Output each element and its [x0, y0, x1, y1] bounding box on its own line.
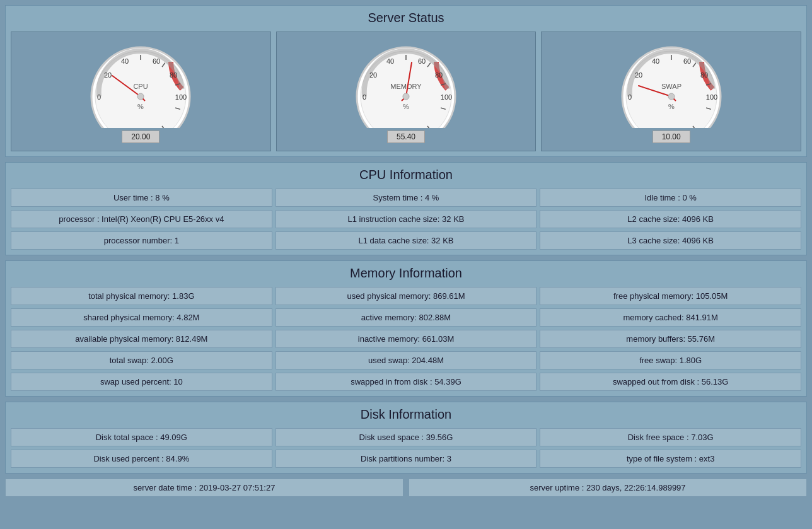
cpu-info-grid: User time : 8 %System time : 4 %Idle tim…	[11, 189, 801, 250]
cpu-info-cell: User time : 8 %	[11, 189, 272, 207]
disk-info-grid: Disk total space : 49.09GDisk used space…	[11, 428, 801, 468]
svg-text:100: 100	[175, 93, 187, 101]
svg-text:0: 0	[97, 93, 101, 101]
cpu-info-cell: System time : 4 %	[276, 189, 537, 207]
svg-text:80: 80	[700, 71, 708, 79]
cpu-info-cell: L3 cache size: 4096 KB	[540, 231, 801, 250]
server-status-section: Server Status	[5, 5, 807, 157]
svg-text:MEMORY: MEMORY	[390, 83, 422, 90]
memory-info-cell: used physical memory: 869.61M	[276, 287, 537, 305]
cpu-info-cell: L1 instruction cache size: 32 KB	[276, 210, 537, 228]
cpu-info-cell: L1 data cache size: 32 KB	[276, 231, 537, 250]
svg-text:60: 60	[418, 57, 426, 65]
svg-text:40: 40	[121, 57, 129, 65]
disk-info-cell: Disk used percent : 84.9%	[11, 450, 272, 468]
memory-info-cell: free physical memory: 105.05M	[540, 287, 801, 305]
server-uptime: server uptime : 230 days, 22:26:14.98999…	[409, 479, 807, 497]
svg-text:%: %	[668, 103, 675, 110]
svg-text:20: 20	[635, 71, 642, 79]
cpu-gauge-svg: 0 20 40 60 80 100 % CPU	[84, 40, 197, 128]
svg-text:0: 0	[628, 93, 632, 101]
svg-point-18	[137, 93, 144, 100]
svg-text:80: 80	[435, 71, 443, 79]
memory-info-grid: total physical memory: 1.83Gused physica…	[11, 287, 801, 391]
memory-value: 55.40	[387, 131, 425, 143]
memory-gauge: 0 20 40 60 80 100 % MEMORY	[349, 40, 463, 143]
svg-text:100: 100	[705, 93, 717, 101]
svg-point-36	[403, 93, 409, 100]
disk-info-cell: Disk total space : 49.09G	[11, 428, 272, 446]
swap-gauge: 0 20 40 60 80 100 % SWAP	[615, 40, 728, 143]
gauge-row: 0 20 40 60 80 100 % CPU	[11, 32, 801, 151]
memory-info-cell: shared physical memory: 4.82M	[11, 308, 272, 327]
memory-info-cell: memory buffers: 55.76M	[540, 330, 801, 348]
svg-text:%: %	[403, 103, 409, 110]
disk-section: Disk Information Disk total space : 49.0…	[5, 402, 807, 474]
status-bar: server date time : 2019-03-27 07:51:27 s…	[5, 479, 807, 497]
cpu-gauge: 0 20 40 60 80 100 % CPU	[84, 40, 197, 143]
svg-text:20: 20	[104, 71, 112, 79]
svg-text:0: 0	[362, 93, 366, 101]
svg-text:40: 40	[386, 57, 394, 65]
memory-info-cell: active memory: 802.88M	[276, 308, 537, 327]
cpu-info-cell: Idle time : 0 %	[540, 189, 801, 207]
disk-section-title: Disk Information	[11, 407, 801, 422]
disk-info-cell: type of file system : ext3	[540, 450, 801, 468]
disk-info-cell: Disk free space : 7.03G	[540, 428, 801, 446]
memory-section-title: Memory Information	[11, 266, 801, 281]
memory-section: Memory Information total physical memory…	[5, 260, 807, 397]
page-title: Server Status	[11, 11, 801, 25]
svg-text:40: 40	[652, 57, 659, 65]
memory-info-cell: memory cached: 841.91M	[540, 308, 801, 327]
memory-info-cell: total swap: 2.00G	[11, 351, 272, 369]
svg-text:60: 60	[683, 57, 691, 65]
cpu-info-cell: processor : Intel(R) Xeon(R) CPU E5-26xx…	[11, 210, 272, 228]
memory-info-cell: swapped in from disk : 54.39G	[276, 373, 537, 391]
cpu-gauge-panel: 0 20 40 60 80 100 % CPU	[11, 32, 271, 151]
memory-gauge-svg: 0 20 40 60 80 100 % MEMORY	[349, 40, 463, 128]
memory-info-cell: inactive memory: 661.03M	[276, 330, 537, 348]
svg-text:SWAP: SWAP	[661, 83, 682, 90]
memory-info-cell: total physical memory: 1.83G	[11, 287, 272, 305]
cpu-value: 20.00	[122, 131, 160, 143]
memory-info-cell: available physical memory: 812.49M	[11, 330, 272, 348]
swap-gauge-svg: 0 20 40 60 80 100 % SWAP	[615, 40, 728, 128]
cpu-section-title: CPU Information	[11, 168, 801, 182]
svg-text:%: %	[137, 103, 144, 110]
disk-info-cell: Disk partitions number: 3	[276, 450, 537, 468]
memory-gauge-panel: 0 20 40 60 80 100 % MEMORY	[276, 32, 536, 151]
svg-text:CPU: CPU	[134, 83, 148, 90]
memory-info-cell: used swap: 204.48M	[276, 351, 537, 369]
disk-info-cell: Disk used space : 39.56G	[276, 428, 537, 446]
svg-text:20: 20	[369, 71, 377, 79]
swap-gauge-panel: 0 20 40 60 80 100 % SWAP	[541, 32, 801, 151]
cpu-section: CPU Information User time : 8 %System ti…	[5, 162, 807, 255]
memory-info-cell: swap used percent: 10	[11, 373, 272, 391]
server-datetime: server date time : 2019-03-27 07:51:27	[5, 479, 403, 497]
svg-text:60: 60	[153, 57, 160, 65]
cpu-info-cell: processor number: 1	[11, 231, 272, 250]
cpu-info-cell: L2 cache size: 4096 KB	[540, 210, 801, 228]
memory-info-cell: swapped out from disk : 56.13G	[540, 373, 801, 391]
svg-text:100: 100	[441, 93, 452, 101]
svg-point-54	[668, 93, 675, 100]
swap-value: 10.00	[652, 131, 690, 143]
memory-info-cell: free swap: 1.80G	[540, 351, 801, 369]
svg-text:80: 80	[170, 71, 177, 79]
